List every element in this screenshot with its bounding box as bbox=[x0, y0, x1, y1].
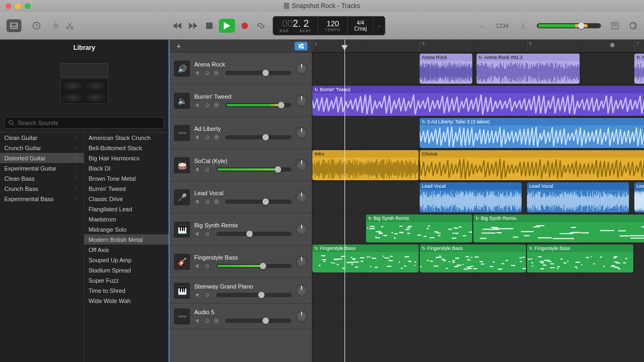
library-search[interactable] bbox=[4, 117, 164, 129]
pan-knob[interactable] bbox=[296, 127, 308, 139]
mute-button[interactable] bbox=[194, 166, 202, 173]
library-item[interactable]: Burnin' Tweed bbox=[84, 183, 169, 194]
timeline-row[interactable] bbox=[312, 299, 644, 325]
volume-slider[interactable] bbox=[216, 264, 291, 268]
add-track-button[interactable]: + bbox=[174, 42, 184, 50]
track-header[interactable]: 🎹 Big Synth Remix bbox=[170, 213, 312, 246]
record-enable-button[interactable] bbox=[213, 317, 220, 324]
maximize-window-button[interactable] bbox=[25, 3, 31, 9]
pan-knob[interactable] bbox=[296, 285, 308, 297]
library-item[interactable]: Crunch Guitar〉 bbox=[0, 143, 84, 153]
library-item[interactable]: Clean Guitar〉 bbox=[0, 132, 84, 143]
solo-button[interactable] bbox=[203, 198, 211, 205]
loop-browser-icon[interactable] bbox=[629, 21, 638, 30]
volume-slider[interactable] bbox=[216, 293, 291, 297]
library-item[interactable]: Modern British Metal bbox=[84, 234, 169, 245]
region[interactable]: Chorus bbox=[420, 150, 644, 180]
solo-button[interactable] bbox=[203, 70, 211, 76]
region[interactable]: ↻Big Synth Remix bbox=[473, 215, 644, 242]
end-marker[interactable] bbox=[610, 43, 614, 47]
track-header[interactable]: 〰️ Audio 5 bbox=[170, 304, 312, 329]
scissors-icon[interactable] bbox=[65, 21, 74, 30]
library-item[interactable]: Experimental Guitar〉 bbox=[0, 163, 84, 173]
library-item[interactable]: Off Axis bbox=[84, 245, 169, 255]
tuner-icon[interactable] bbox=[478, 21, 486, 30]
library-item[interactable]: Time to Shred bbox=[84, 285, 169, 295]
region[interactable]: ↻Big Synth Remix bbox=[366, 215, 472, 242]
library-item[interactable]: Bell-Bottomed Stack bbox=[84, 143, 169, 153]
timeline-row[interactable] bbox=[312, 274, 644, 299]
solo-button[interactable] bbox=[203, 317, 211, 324]
record-enable-button[interactable] bbox=[213, 70, 220, 76]
timeline-ruler[interactable]: 1357911 bbox=[312, 40, 644, 53]
volume-slider[interactable] bbox=[225, 135, 291, 139]
library-item[interactable]: Black DI bbox=[84, 163, 169, 173]
region[interactable]: Lead Vocal bbox=[420, 182, 522, 212]
library-item[interactable]: Brown Tone Metal bbox=[84, 173, 169, 183]
volume-slider[interactable] bbox=[216, 167, 291, 172]
pan-knob[interactable] bbox=[296, 63, 308, 75]
library-item[interactable]: Big Hair Harmonics bbox=[84, 153, 169, 163]
solo-button[interactable] bbox=[203, 263, 211, 269]
pan-knob[interactable] bbox=[296, 311, 308, 322]
solo-button[interactable] bbox=[203, 166, 211, 173]
rewind-button[interactable] bbox=[171, 20, 184, 31]
mute-button[interactable] bbox=[194, 70, 202, 76]
playhead[interactable] bbox=[345, 40, 345, 362]
smart-controls-button[interactable] bbox=[295, 42, 308, 50]
mute-button[interactable] bbox=[194, 263, 202, 269]
region[interactable]: Lead bbox=[634, 182, 644, 212]
timeline-area[interactable]: 1357911 Arena Rock↻Arena Rock #01.2↻Aren… bbox=[312, 40, 644, 362]
record-enable-button[interactable] bbox=[213, 134, 220, 141]
track-header[interactable]: 🥁 SoCal (Kyle) bbox=[170, 149, 312, 181]
mute-button[interactable] bbox=[194, 317, 202, 324]
library-item[interactable]: Wide Wide Wah bbox=[84, 295, 169, 306]
solo-button[interactable] bbox=[203, 231, 211, 237]
track-header[interactable]: 🎹 Steinway Grand Piano bbox=[170, 278, 312, 304]
metronome-icon[interactable] bbox=[518, 21, 527, 30]
region[interactable]: ↻Fingerstyle Bass bbox=[420, 245, 526, 272]
region[interactable]: Intro bbox=[312, 150, 419, 180]
record-enable-button[interactable] bbox=[213, 198, 220, 205]
region[interactable]: ↻Arena Rock #01.2 bbox=[477, 54, 580, 84]
track-header[interactable]: 〰️ Ad Liberty bbox=[170, 117, 312, 149]
stop-button[interactable] bbox=[203, 20, 216, 31]
library-item[interactable]: Maelstrom bbox=[84, 214, 169, 224]
notepad-icon[interactable] bbox=[611, 21, 619, 30]
lcd-display[interactable]: 002. 2 BARBEAT 120 TEMPO 4/4 Cmaj ⌄ bbox=[273, 16, 385, 35]
library-item[interactable]: Flangilated Lead bbox=[84, 204, 169, 214]
library-item[interactable]: Experimental Bass〉 bbox=[0, 194, 84, 204]
master-volume-knob[interactable] bbox=[578, 23, 584, 29]
library-item[interactable]: Stadium Spread bbox=[84, 265, 169, 275]
region[interactable]: Lead Vocal bbox=[527, 182, 629, 212]
library-item[interactable]: Super Fuzz bbox=[84, 275, 169, 285]
library-item[interactable]: American Stack Crunch bbox=[84, 132, 169, 143]
volume-slider[interactable] bbox=[225, 319, 291, 323]
pan-knob[interactable] bbox=[296, 256, 308, 268]
library-item[interactable]: Midrange Solo bbox=[84, 224, 169, 234]
mute-button[interactable] bbox=[194, 102, 202, 108]
library-item[interactable]: Distorted Guitar〉 bbox=[0, 153, 84, 163]
minimize-window-button[interactable] bbox=[15, 3, 21, 9]
region[interactable]: Arena Rock bbox=[420, 54, 472, 84]
brightness-icon[interactable] bbox=[52, 21, 60, 30]
region[interactable]: ↻Fingerstyle Bass bbox=[312, 245, 419, 272]
library-item[interactable]: Clean Bass〉 bbox=[0, 173, 84, 183]
volume-slider[interactable] bbox=[225, 200, 291, 204]
track-header[interactable]: 🔊 Arena Rock bbox=[170, 53, 312, 85]
region[interactable]: ↻3 Ad Liberty: Take 3 (3 takes) bbox=[420, 118, 644, 148]
library-item[interactable]: Classic Drive bbox=[84, 194, 169, 204]
record-enable-button[interactable] bbox=[213, 102, 220, 108]
pan-knob[interactable] bbox=[296, 224, 308, 235]
pan-knob[interactable] bbox=[296, 95, 308, 107]
play-button[interactable] bbox=[219, 19, 235, 33]
track-header[interactable]: 🔈 Burnin' Tweed bbox=[170, 85, 312, 117]
mute-button[interactable] bbox=[194, 292, 202, 298]
library-item[interactable]: Souped Up Amp bbox=[84, 255, 169, 265]
track-header[interactable]: 🎤 Lead Vocal bbox=[170, 181, 312, 213]
help-icon[interactable]: ? bbox=[32, 21, 41, 30]
volume-slider[interactable] bbox=[225, 71, 291, 75]
volume-slider[interactable] bbox=[216, 232, 291, 236]
record-button[interactable] bbox=[238, 20, 251, 31]
pan-knob[interactable] bbox=[296, 159, 308, 171]
